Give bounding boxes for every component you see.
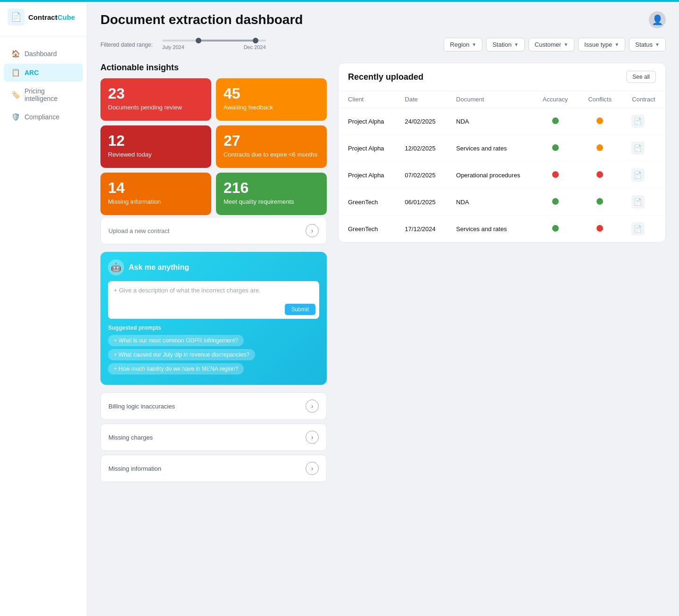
conflicts-dot [596, 225, 603, 232]
cell-conflicts [578, 189, 622, 216]
insight-awaiting-number: 45 [224, 86, 319, 101]
col-date: Date [396, 91, 447, 108]
arrow-right-icon: › [306, 224, 319, 237]
col-contract: Contract [622, 91, 665, 108]
prompts-label: Suggested prompts [108, 325, 319, 331]
accuracy-dot [552, 171, 559, 178]
insight-card-reviewed[interactable]: 12 Reviewed today [100, 125, 211, 168]
content-grid: Actionable insights 23 Documents pending… [100, 63, 666, 482]
cell-accuracy [532, 135, 578, 162]
prompt-chips: + What is our most common GDPR infringem… [108, 335, 319, 377]
chevron-down-icon: ▼ [472, 42, 477, 47]
filter-region-label: Region [450, 41, 469, 48]
slider-fill [199, 40, 256, 42]
insight-missing-label: Missing information [108, 198, 204, 206]
cell-accuracy [532, 189, 578, 216]
page-header: Document extraction dashboard 👤 [100, 11, 666, 28]
action-billing-label: Billing logic inaccuracies [108, 403, 175, 410]
insights-title: Actionable insights [100, 63, 327, 73]
see-all-button[interactable]: See all [626, 71, 656, 83]
action-item-missing-charges[interactable]: Missing charges › [100, 424, 327, 451]
sidebar-item-dashboard-label: Dashboard [25, 50, 57, 58]
prompt-chip-gdpr[interactable]: + What is our most common GDPR infringem… [108, 335, 244, 346]
filter-status-label: Status [635, 41, 653, 48]
filter-region[interactable]: Region ▼ [444, 38, 482, 51]
insight-pending-label: Documents pending review [108, 104, 204, 112]
chevron-down-icon: ▼ [563, 42, 568, 47]
filter-station[interactable]: Station ▼ [486, 38, 524, 51]
action-items: Billing logic inaccuracies › Missing cha… [100, 392, 327, 482]
left-panel: Actionable insights 23 Documents pending… [100, 63, 327, 482]
arrow-right-icon: › [306, 400, 319, 413]
contract-doc-icon[interactable]: 📄 [631, 168, 645, 182]
cell-client: Project Alpha [339, 108, 396, 135]
insight-reviewed-label: Reviewed today [108, 151, 204, 159]
upload-bar[interactable]: Upload a new contract › [100, 217, 327, 244]
prompt-chip-july[interactable]: + What caused our July dip in revenue di… [108, 349, 255, 360]
filter-customer[interactable]: Customer ▼ [529, 38, 574, 51]
submit-button[interactable]: Submit [285, 304, 315, 315]
sidebar-item-dashboard[interactable]: 🏠 Dashboard [4, 45, 83, 63]
cell-document: NDA [447, 189, 532, 216]
action-missing-charges-label: Missing charges [108, 434, 153, 441]
cell-accuracy [532, 108, 578, 135]
recently-uploaded-header: Recently uploaded See all [339, 63, 665, 91]
table-row: Project Alpha 12/02/2025 Services and ra… [339, 135, 665, 162]
cell-document: Services and rates [447, 135, 532, 162]
insight-card-expiring[interactable]: 27 Contracts due to expire <6 months [216, 125, 327, 168]
contract-doc-icon[interactable]: 📄 [631, 222, 645, 235]
insight-quality-number: 216 [224, 180, 319, 195]
conflicts-dot [596, 198, 603, 205]
filter-customer-label: Customer [535, 41, 561, 48]
filter-label: Filtered dated range: [100, 42, 153, 48]
ask-input-placeholder[interactable]: + Give a description of what the incorre… [114, 286, 314, 295]
insight-card-pending[interactable]: 23 Documents pending review [100, 78, 211, 121]
filter-issue-type[interactable]: Issue type ▼ [578, 38, 625, 51]
slider-thumb-left[interactable] [196, 38, 201, 43]
insight-pending-number: 23 [108, 86, 204, 101]
arrow-right-icon: › [306, 462, 319, 475]
prompts-section: Suggested prompts + What is our most com… [108, 325, 319, 377]
cell-date: 24/02/2025 [396, 108, 447, 135]
logo-text: ContractCube [28, 13, 75, 21]
contract-doc-icon[interactable]: 📄 [631, 115, 645, 128]
filter-dropdowns: Region ▼ Station ▼ Customer ▼ Issue type… [444, 38, 666, 51]
action-item-missing-info[interactable]: Missing information › [100, 455, 327, 482]
prompt-chip-mena[interactable]: + How much liability do we have in MENA … [108, 363, 244, 375]
cell-date: 06/01/2025 [396, 189, 447, 216]
conflicts-dot [596, 117, 603, 124]
contract-doc-icon[interactable]: 📄 [631, 142, 645, 155]
conflicts-dot [596, 171, 603, 178]
cell-client: Project Alpha [339, 162, 396, 189]
main-content: Document extraction dashboard 👤 Filtered… [87, 0, 679, 616]
recently-uploaded-title: Recently uploaded [348, 72, 423, 82]
user-avatar[interactable]: 👤 [649, 11, 666, 28]
filter-status[interactable]: Status ▼ [629, 38, 666, 51]
insight-card-awaiting[interactable]: 45 Awaiting feedback [216, 78, 327, 121]
sidebar-item-compliance[interactable]: 🛡️ Compliance [4, 108, 83, 126]
cell-conflicts [578, 108, 622, 135]
filter-station-label: Station [492, 41, 511, 48]
insight-missing-number: 14 [108, 180, 204, 195]
cell-date: 17/12/2024 [396, 216, 447, 242]
insight-card-quality[interactable]: 216 Meet quality requirements [216, 173, 327, 215]
slider-labels: July 2024 Dec 2024 [162, 44, 266, 50]
sidebar-item-arc[interactable]: 📋 ARC [4, 64, 83, 82]
chevron-down-icon: ▼ [614, 42, 619, 47]
filter-issue-type-label: Issue type [584, 41, 612, 48]
sidebar-item-compliance-label: Compliance [25, 113, 59, 121]
slider-thumb-right[interactable] [253, 38, 258, 43]
action-item-billing[interactable]: Billing logic inaccuracies › [100, 392, 327, 420]
accuracy-dot [552, 225, 559, 232]
insight-reviewed-number: 12 [108, 133, 204, 148]
top-accent-bar [0, 0, 679, 2]
chevron-down-icon: ▼ [514, 42, 519, 47]
cell-contract: 📄 [622, 135, 665, 162]
cell-date: 07/02/2025 [396, 162, 447, 189]
accuracy-dot [552, 198, 559, 205]
arrow-right-icon: › [306, 431, 319, 444]
insight-card-missing-info[interactable]: 14 Missing information [100, 173, 211, 215]
contract-doc-icon[interactable]: 📄 [631, 195, 645, 208]
cell-conflicts [578, 162, 622, 189]
sidebar-item-pricing[interactable]: 🏷️ Pricing intelligence [4, 83, 83, 107]
